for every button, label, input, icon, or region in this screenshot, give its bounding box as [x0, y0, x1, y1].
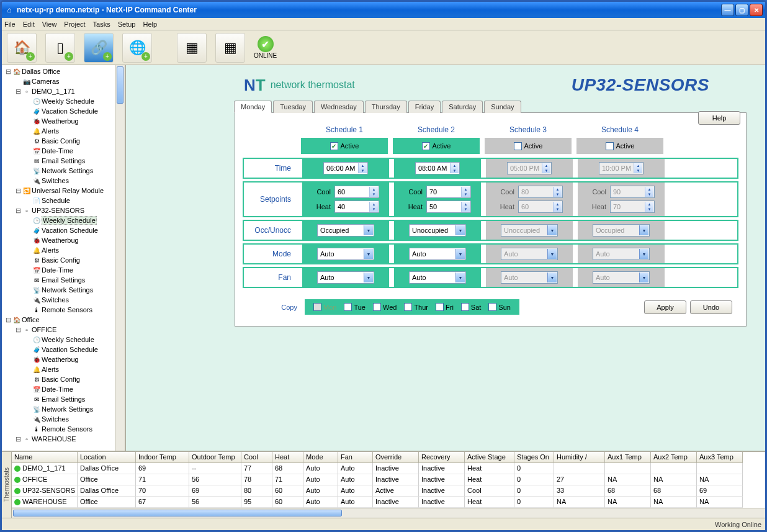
- tree-node[interactable]: 🌡Remote Sensors: [3, 424, 115, 434]
- copy-day-thur[interactable]: Thur: [404, 303, 428, 311]
- active-toggle[interactable]: Active: [485, 138, 572, 154]
- tree-node[interactable]: 📅Date-Time: [3, 146, 115, 156]
- table-row[interactable]: WAREHOUSEOffice67569560AutoAutoInactiveI…: [12, 497, 765, 508]
- col-header[interactable]: Fan: [338, 452, 373, 463]
- checkbox-icon[interactable]: ✔: [422, 142, 430, 150]
- expand-icon[interactable]: ⊟: [14, 187, 22, 195]
- menu-edit[interactable]: Edit: [23, 20, 35, 28]
- table-row[interactable]: OFFICEOffice71567871AutoAutoInactiveInac…: [12, 474, 765, 485]
- tab-thursday[interactable]: Thursday: [365, 101, 407, 113]
- tree-node[interactable]: 🐞Weatherbug: [3, 116, 115, 126]
- menu-help[interactable]: Help: [143, 20, 157, 28]
- select-input[interactable]: Auto▼: [409, 271, 466, 284]
- expand-icon[interactable]: ⊟: [14, 207, 22, 215]
- tree-node[interactable]: ⊟▫UP32-SENSORS: [3, 205, 115, 215]
- add-site-button[interactable]: 🏠+: [7, 33, 37, 63]
- minimize-button[interactable]: —: [721, 4, 734, 16]
- checkbox-icon[interactable]: ✔: [330, 142, 338, 150]
- number-input[interactable]: 70▲▼: [426, 186, 471, 198]
- spinner-icon[interactable]: ▲▼: [369, 202, 378, 212]
- tab-monday[interactable]: Monday: [234, 101, 272, 113]
- tree-node[interactable]: ⊟▫DEMO_1_171: [3, 86, 115, 96]
- tree-node[interactable]: 🧳Vacation Schedule: [3, 345, 115, 354]
- add-web-button[interactable]: 🌐+: [122, 33, 152, 63]
- tree-node[interactable]: 📄Schedule: [3, 196, 115, 205]
- expand-icon[interactable]: ⊟: [14, 326, 22, 334]
- menu-view[interactable]: View: [42, 20, 57, 28]
- col-header[interactable]: Name: [12, 452, 78, 463]
- tree-node[interactable]: 🔔Alerts: [3, 364, 115, 374]
- tree-node[interactable]: ⊟▫OFFICE: [3, 325, 115, 335]
- select-input[interactable]: Auto▼: [317, 271, 374, 284]
- col-header[interactable]: Aux2 Temp: [651, 452, 697, 463]
- tree-node[interactable]: 🕒Weekly Schedule: [3, 215, 115, 225]
- expand-icon[interactable]: ⊟: [4, 316, 12, 324]
- chevron-down-icon[interactable]: ▼: [455, 273, 465, 282]
- tree-node[interactable]: ⚙Basic Config: [3, 374, 115, 384]
- tree-node[interactable]: 🐞Weatherbug: [3, 235, 115, 245]
- tree-node[interactable]: ⊟▫WAREHOUSE: [3, 434, 115, 444]
- tree-node[interactable]: ✉Email Settings: [3, 275, 115, 285]
- number-input[interactable]: 06:00 AM▲▼: [323, 162, 368, 174]
- expand-icon[interactable]: ⊟: [4, 68, 12, 76]
- select-input[interactable]: Auto▼: [409, 248, 466, 260]
- thermostats-tab[interactable]: Thermostats: [2, 452, 12, 518]
- tree-node[interactable]: 📅Date-Time: [3, 265, 115, 275]
- checkbox-icon[interactable]: [606, 142, 614, 150]
- tree-node[interactable]: ✉Email Settings: [3, 156, 115, 166]
- scrollbar-thumb[interactable]: [13, 510, 342, 516]
- tree-node[interactable]: 📅Date-Time: [3, 384, 115, 394]
- tree-node[interactable]: 🕒Weekly Schedule: [3, 96, 115, 106]
- spinner-icon[interactable]: ▲▼: [369, 187, 378, 197]
- spinner-icon[interactable]: ▲▼: [461, 187, 470, 197]
- table-row[interactable]: UP32-SENSORSDallas Office70698060AutoAut…: [12, 485, 765, 497]
- checkbox-icon[interactable]: [461, 303, 469, 311]
- spinner-icon[interactable]: ▲▼: [358, 163, 367, 173]
- expand-icon[interactable]: ⊟: [14, 88, 22, 96]
- grid-hscrollbar[interactable]: [12, 508, 765, 518]
- number-input[interactable]: 08:00 AM▲▼: [415, 162, 460, 174]
- select-input[interactable]: Occupied▼: [317, 224, 374, 237]
- tree-node[interactable]: 🔔Alerts: [3, 245, 115, 255]
- number-input[interactable]: 60▲▼: [334, 186, 379, 198]
- copy-day-mon[interactable]: Mon: [313, 303, 336, 311]
- col-header[interactable]: Stages On: [514, 452, 554, 463]
- add-network-button[interactable]: 🔗+: [84, 33, 114, 63]
- tree-node[interactable]: 🔌Switches: [3, 295, 115, 305]
- tree-node[interactable]: ⚙Basic Config: [3, 255, 115, 265]
- copy-day-wed[interactable]: Wed: [373, 303, 397, 311]
- col-header[interactable]: Active Stage: [465, 452, 514, 463]
- col-header[interactable]: Aux1 Temp: [605, 452, 651, 463]
- add-device-button[interactable]: ▯+: [45, 33, 75, 63]
- tab-saturday[interactable]: Saturday: [442, 101, 483, 113]
- table-row[interactable]: DEMO_1_171Dallas Office69--7768AutoAutoI…: [12, 463, 765, 474]
- checkbox-icon[interactable]: [344, 303, 352, 311]
- tree-node[interactable]: 🐞Weatherbug: [3, 354, 115, 364]
- chevron-down-icon[interactable]: ▼: [455, 225, 465, 235]
- tree-node[interactable]: 📡Network Settings: [3, 404, 115, 414]
- tree-node[interactable]: 🔌Switches: [3, 414, 115, 424]
- col-header[interactable]: Mode: [303, 452, 338, 463]
- col-header[interactable]: Override: [373, 452, 419, 463]
- tab-tuesday[interactable]: Tuesday: [273, 101, 313, 113]
- number-input[interactable]: 40▲▼: [334, 201, 379, 213]
- tree-node[interactable]: 🧳Vacation Schedule: [3, 106, 115, 116]
- chevron-down-icon[interactable]: ▼: [364, 225, 373, 235]
- titlebar[interactable]: ⌂ netx-up-rp demo.netxip - NetX-IP Comma…: [2, 2, 765, 18]
- col-header[interactable]: Location: [78, 452, 136, 463]
- scrollbar-thumb[interactable]: [117, 66, 123, 104]
- tree-node[interactable]: ⚙Basic Config: [3, 136, 115, 146]
- tab-friday[interactable]: Friday: [408, 101, 441, 113]
- expand-icon[interactable]: ⊟: [14, 435, 22, 443]
- maximize-button[interactable]: ▢: [735, 4, 748, 16]
- chevron-down-icon[interactable]: ▼: [455, 249, 465, 259]
- checkbox-icon[interactable]: [404, 303, 412, 311]
- tree-node[interactable]: 🌡Remote Sensors: [3, 305, 115, 315]
- tree-node[interactable]: ⊟🔁Universal Relay Module: [3, 186, 115, 196]
- copy-day-sun[interactable]: Sun: [488, 303, 511, 311]
- copy-day-sat[interactable]: Sat: [461, 303, 482, 311]
- col-header[interactable]: Humidity /: [554, 452, 605, 463]
- tab-sunday[interactable]: Sunday: [484, 101, 521, 113]
- menu-setup[interactable]: Setup: [118, 20, 136, 28]
- tree-node[interactable]: 🧳Vacation Schedule: [3, 225, 115, 235]
